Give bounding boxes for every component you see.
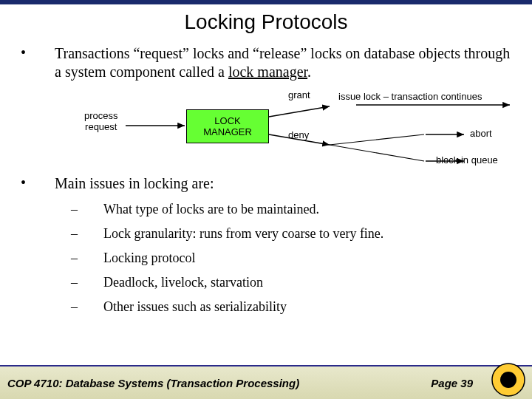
- slide-footer: COP 4710: Database Systems (Transaction …: [0, 365, 532, 399]
- sub-item: – Deadlock, livelock, starvation: [71, 275, 511, 290]
- sub-bullet-list: – What type of locks are to be maintaine…: [21, 202, 511, 315]
- label-block-in-queue: block in queue: [436, 155, 498, 166]
- sub-item: – Lock granularity: runs from very coars…: [71, 226, 511, 242]
- ucf-logo-icon: [491, 362, 526, 398]
- label-abort: abort: [470, 129, 492, 140]
- lock-manager-box-text: LOCK MANAGER: [187, 115, 268, 137]
- sub-dash: –: [71, 226, 103, 242]
- sub-text: Other issues such as serializability: [103, 299, 287, 315]
- footer-course: COP 4710: Database Systems (Transaction …: [7, 377, 299, 389]
- top-accent-bar: [0, 0, 532, 4]
- lock-manager-term: lock manager: [228, 64, 307, 80]
- label-grant: grant: [288, 90, 310, 101]
- label-deny: deny: [288, 130, 309, 141]
- bullet-mark: •: [21, 174, 55, 193]
- bullet-2-text: Main issues in locking are:: [55, 174, 511, 193]
- slide-content: • Transactions “request” locks and “rele…: [0, 44, 532, 315]
- lock-manager-diagram: process request LOCK MANAGER grant deny …: [21, 89, 511, 168]
- bullet-1: • Transactions “request” locks and “rele…: [21, 44, 511, 81]
- sub-text: Locking protocol: [103, 250, 195, 266]
- label-issue-lock: issue lock – transaction continues: [338, 92, 482, 103]
- label-process-request: process request: [84, 111, 118, 133]
- svg-line-6: [330, 134, 424, 145]
- sub-text: Deadlock, livelock, starvation: [103, 275, 263, 290]
- sub-dash: –: [71, 250, 103, 266]
- bullet-2: • Main issues in locking are:: [21, 174, 511, 193]
- lock-manager-box: LOCK MANAGER: [186, 109, 269, 143]
- sub-item: – What type of locks are to be maintaine…: [71, 202, 511, 217]
- bullet-1-post: .: [307, 64, 311, 80]
- sub-dash: –: [71, 202, 103, 217]
- svg-line-1: [269, 106, 330, 117]
- bullet-1-text: Transactions “request” locks and “releas…: [55, 44, 511, 81]
- sub-item: – Other issues such as serializability: [71, 299, 511, 315]
- sub-dash: –: [71, 275, 103, 290]
- sub-text: What type of locks are to be maintained.: [103, 202, 319, 217]
- sub-text: Lock granularity: runs from very coarse …: [103, 226, 383, 242]
- sub-item: – Locking protocol: [71, 250, 511, 266]
- bullet-mark: •: [21, 44, 55, 81]
- slide-title: Locking Protocols: [0, 10, 532, 34]
- svg-line-7: [330, 145, 424, 161]
- sub-dash: –: [71, 299, 103, 315]
- svg-point-9: [500, 372, 516, 388]
